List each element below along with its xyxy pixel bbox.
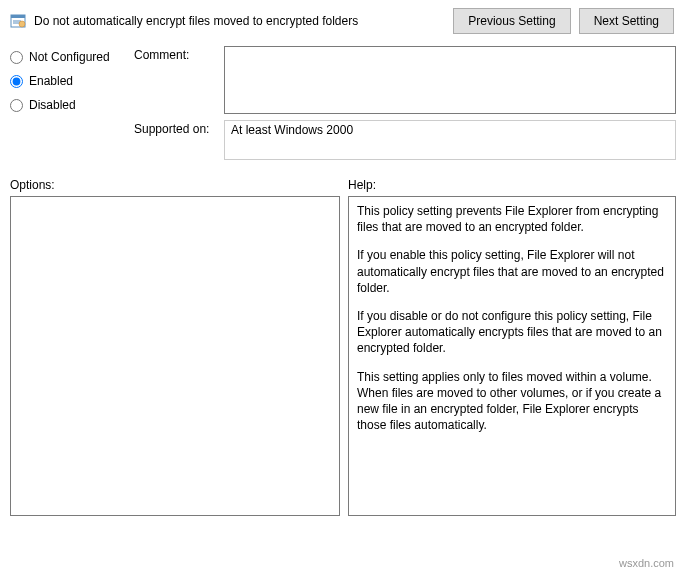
supported-row: Supported on: At least Windows 2000 — [134, 120, 676, 160]
help-paragraph: This policy setting prevents File Explor… — [357, 203, 667, 235]
enabled-radio-input[interactable] — [10, 75, 23, 88]
watermark: wsxdn.com — [619, 557, 674, 569]
next-setting-button[interactable]: Next Setting — [579, 8, 674, 34]
options-panel — [10, 196, 340, 516]
not-configured-label: Not Configured — [29, 50, 110, 64]
policy-icon — [10, 13, 26, 29]
comment-input[interactable] — [224, 46, 676, 114]
panels-row: This policy setting prevents File Explor… — [10, 196, 676, 516]
not-configured-radio-input[interactable] — [10, 51, 23, 64]
comment-label: Comment: — [134, 46, 216, 114]
help-paragraph: If you enable this policy setting, File … — [357, 247, 667, 296]
disabled-radio-input[interactable] — [10, 99, 23, 112]
state-radio-group: Not Configured Enabled Disabled — [10, 46, 118, 160]
supported-on-value: At least Windows 2000 — [231, 123, 353, 137]
fields-column: Comment: Supported on: At least Windows … — [134, 46, 676, 160]
section-labels: Options: Help: — [10, 178, 676, 192]
help-section-label: Help: — [348, 178, 676, 192]
options-section-label: Options: — [10, 178, 348, 192]
help-panel: This policy setting prevents File Explor… — [348, 196, 676, 516]
header-row: Do not automatically encrypt files moved… — [10, 8, 676, 34]
svg-point-4 — [19, 21, 25, 27]
enabled-radio[interactable]: Enabled — [10, 74, 118, 88]
previous-setting-button[interactable]: Previous Setting — [453, 8, 570, 34]
nav-buttons: Previous Setting Next Setting — [453, 8, 674, 34]
help-paragraph: This setting applies only to files moved… — [357, 369, 667, 434]
comment-row: Comment: — [134, 46, 676, 114]
enabled-label: Enabled — [29, 74, 73, 88]
not-configured-radio[interactable]: Not Configured — [10, 50, 118, 64]
disabled-label: Disabled — [29, 98, 76, 112]
supported-label: Supported on: — [134, 120, 216, 160]
help-paragraph: If you disable or do not configure this … — [357, 308, 667, 357]
svg-rect-1 — [11, 15, 25, 18]
supported-on-box: At least Windows 2000 — [224, 120, 676, 160]
policy-title: Do not automatically encrypt files moved… — [34, 14, 445, 28]
disabled-radio[interactable]: Disabled — [10, 98, 118, 112]
config-row: Not Configured Enabled Disabled Comment:… — [10, 46, 676, 160]
